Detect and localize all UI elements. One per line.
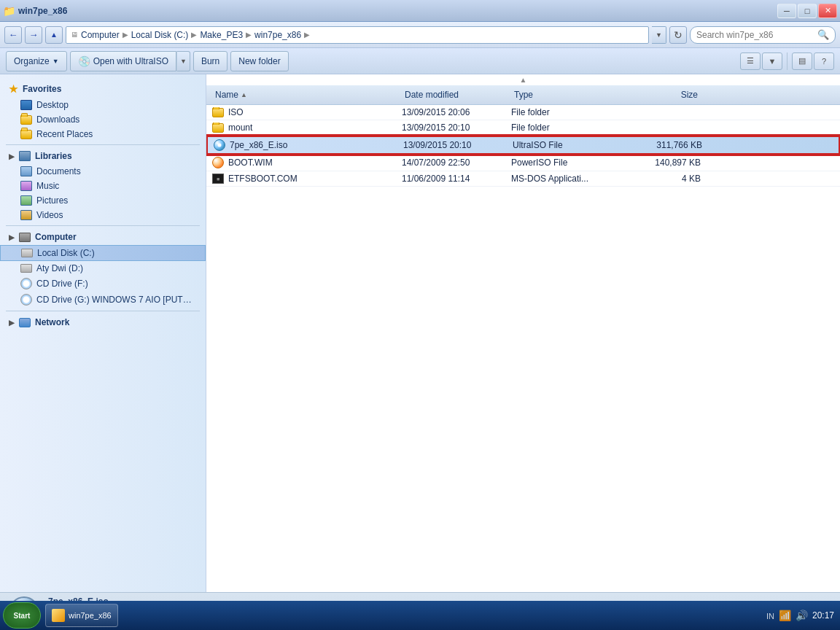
breadcrumb-computer[interactable]: Computer xyxy=(81,30,120,40)
help-button[interactable]: ? xyxy=(814,52,834,70)
documents-icon xyxy=(20,166,32,176)
tray-lang: IN xyxy=(766,610,774,621)
window-icon: 📁 xyxy=(3,5,15,17)
computer-icon xyxy=(19,233,31,242)
recent-folder-icon xyxy=(20,130,32,139)
view-dropdown-button[interactable]: ▼ xyxy=(762,52,782,70)
column-type[interactable]: Type xyxy=(511,88,628,101)
breadcrumb-win7pe[interactable]: win7pe_x86 xyxy=(254,30,301,40)
sidebar-item-desktop[interactable]: Desktop xyxy=(0,98,206,112)
sidebar-item-aty-dwi[interactable]: Aty Dwi (D:) xyxy=(0,261,206,276)
local-c-icon xyxy=(21,249,33,257)
column-name[interactable]: Name ▲ xyxy=(212,88,402,101)
tray-network-icon[interactable]: 📶 xyxy=(779,610,791,621)
sidebar-item-recent[interactable]: Recent Places xyxy=(0,127,206,141)
open-with-group: 💿 Open with UltraISO ▼ xyxy=(70,51,190,71)
file-name-cell: 7pe_x86_E.iso xyxy=(214,139,403,151)
address-icon: 🖥 xyxy=(71,31,78,39)
search-input[interactable] xyxy=(696,30,814,40)
table-row[interactable]: BOOT.WIM 14/07/2009 22:50 PowerISO File … xyxy=(206,155,840,171)
file-name: BOOT.WIM xyxy=(228,158,273,168)
sidebar-item-downloads[interactable]: Downloads xyxy=(0,112,206,127)
scroll-up-indicator[interactable]: ▲ xyxy=(206,74,840,85)
details-view-button[interactable]: ☰ xyxy=(740,52,761,70)
folder-icon xyxy=(212,123,224,133)
network-header[interactable]: ▶ Network xyxy=(0,314,206,330)
sidebar: ★ Favorites Desktop Downloads Recent Pla… xyxy=(0,74,206,592)
address-bar[interactable]: 🖥 Computer ▶ Local Disk (C:) ▶ Make_PE3 … xyxy=(66,26,649,44)
table-row[interactable]: ■ ETFSBOOT.COM 11/06/2009 11:14 MS-DOS A… xyxy=(206,171,840,187)
title-bar: 📁 win7pe_x86 ─ □ ✕ xyxy=(0,0,840,22)
sidebar-item-videos[interactable]: Videos xyxy=(0,208,206,222)
title-bar-controls: ─ □ ✕ xyxy=(777,4,837,18)
refresh-button[interactable]: ↻ xyxy=(669,26,687,44)
name-sort-arrow: ▲ xyxy=(241,91,247,98)
sidebar-item-music[interactable]: Music xyxy=(0,179,206,193)
aty-dwi-icon xyxy=(20,264,32,273)
file-name: mount xyxy=(228,122,252,133)
close-button[interactable]: ✕ xyxy=(818,4,837,18)
open-with-button[interactable]: 💿 Open with UltraISO xyxy=(70,51,176,71)
toolbar: Organize ▼ 💿 Open with UltraISO ▼ Burn N… xyxy=(0,48,840,74)
sep2: ▶ xyxy=(191,31,197,39)
computer-section: ▶ Computer Local Disk (C:) Aty Dwi (D:) … xyxy=(0,229,206,308)
up-button[interactable]: ▲ xyxy=(45,26,63,44)
file-type: File folder xyxy=(511,122,628,133)
column-size[interactable]: Size xyxy=(628,88,701,101)
file-date: 13/09/2015 20:10 xyxy=(403,140,513,150)
maximize-button[interactable]: □ xyxy=(798,4,817,18)
pictures-icon xyxy=(20,195,32,206)
videos-icon xyxy=(20,210,32,220)
back-button[interactable]: ← xyxy=(4,26,22,44)
cd-g-icon xyxy=(20,294,32,306)
favorites-section: ★ Favorites Desktop Downloads Recent Pla… xyxy=(0,80,206,141)
libraries-header[interactable]: ▶ Libraries xyxy=(0,148,206,164)
forward-button[interactable]: → xyxy=(25,26,42,44)
preview-pane-button[interactable]: ▤ xyxy=(792,52,812,70)
file-name-cell: ■ ETFSBOOT.COM xyxy=(212,174,402,184)
title-bar-left: 📁 win7pe_x86 xyxy=(3,5,67,17)
file-type: UltraISO File xyxy=(513,140,629,150)
sidebar-item-local-c[interactable]: Local Disk (C:) xyxy=(0,245,206,261)
address-dropdown-button[interactable]: ▼ xyxy=(652,26,666,44)
column-date[interactable]: Date modified xyxy=(402,88,511,101)
file-type: PowerISO File xyxy=(511,158,628,168)
open-with-dropdown[interactable]: ▼ xyxy=(176,51,190,71)
file-name-cell: ISO xyxy=(212,107,402,117)
burn-button[interactable]: Burn xyxy=(193,51,228,71)
sidebar-divider-2 xyxy=(6,225,200,226)
file-type: MS-DOS Applicati... xyxy=(511,174,628,184)
tray-volume-icon[interactable]: 🔊 xyxy=(796,610,808,621)
file-name: 7pe_x86_E.iso xyxy=(230,140,287,150)
minimize-button[interactable]: ─ xyxy=(777,4,796,18)
organize-button[interactable]: Organize ▼ xyxy=(6,51,67,71)
sidebar-item-documents[interactable]: Documents xyxy=(0,164,206,179)
sidebar-divider-3 xyxy=(6,311,200,311)
table-row[interactable]: ISO 13/09/2015 20:06 File folder xyxy=(206,105,840,120)
downloads-folder-icon xyxy=(20,115,32,125)
start-button[interactable]: Start xyxy=(3,602,41,629)
table-row[interactable]: mount 13/09/2015 20:10 File folder xyxy=(206,120,840,136)
main-container: ★ Favorites Desktop Downloads Recent Pla… xyxy=(0,74,840,592)
favorites-header[interactable]: ★ Favorites xyxy=(0,80,206,98)
file-size: 4 KB xyxy=(628,174,701,184)
libraries-icon xyxy=(19,151,31,161)
taskbar-file-explorer[interactable]: win7pe_x86 xyxy=(45,604,118,627)
file-date: 14/07/2009 22:50 xyxy=(402,158,511,168)
file-type: File folder xyxy=(511,107,628,117)
sidebar-item-cd-f[interactable]: CD Drive (F:) xyxy=(0,276,206,292)
breadcrumb-localc[interactable]: Local Disk (C:) xyxy=(131,30,189,40)
network-expand-icon: ▶ xyxy=(9,319,15,327)
sidebar-item-pictures[interactable]: Pictures xyxy=(0,193,206,208)
cd-f-icon xyxy=(20,278,32,289)
new-folder-button[interactable]: New folder xyxy=(230,51,288,71)
folder-icon xyxy=(212,108,224,117)
sep4: ▶ xyxy=(304,31,310,39)
search-button[interactable]: 🔍 xyxy=(817,29,829,40)
computer-header[interactable]: ▶ Computer xyxy=(0,229,206,245)
sidebar-item-cd-g[interactable]: CD Drive (G:) WINDOWS 7 AIO [PUTRANETV xyxy=(0,292,206,308)
iso-icon xyxy=(214,139,225,151)
breadcrumb-makepe3[interactable]: Make_PE3 xyxy=(200,30,243,40)
table-row[interactable]: 7pe_x86_E.iso 13/09/2015 20:10 UltraISO … xyxy=(206,136,840,155)
file-size: 311,766 KB xyxy=(629,140,702,150)
